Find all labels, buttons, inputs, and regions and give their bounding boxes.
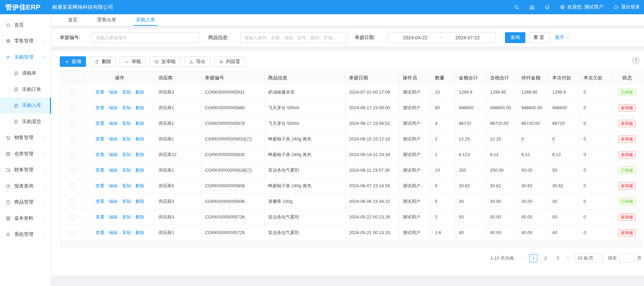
sidebar-item-首页[interactable]: 首页 — [0, 17, 51, 33]
action-link-查看[interactable]: 查看 — [95, 136, 104, 141]
action-link-查看[interactable]: 查看 — [95, 183, 104, 188]
action-link-编辑[interactable]: 编辑 — [109, 121, 118, 126]
action-link-删除[interactable]: 删除 — [135, 152, 144, 157]
action-link-编辑[interactable]: 编辑 — [109, 168, 118, 173]
action-link-删除[interactable]: 删除 — [135, 90, 144, 95]
page-number-3[interactable]: 3 — [554, 254, 562, 262]
action-link-复制[interactable]: 复制 — [122, 90, 131, 95]
select-checkbox[interactable] — [70, 152, 75, 157]
列设置-button[interactable]: 列设置 — [214, 56, 245, 67]
action-link-查看[interactable]: 查看 — [95, 105, 104, 110]
action-link-查看[interactable]: 查看 — [95, 199, 104, 204]
action-link-编辑[interactable]: 编辑 — [109, 199, 118, 204]
action-link-复制[interactable]: 复制 — [122, 214, 131, 220]
导出-button[interactable]: 导出 — [184, 56, 210, 67]
sidebar-item-采购入库[interactable]: 采购入库 — [0, 98, 51, 114]
sidebar-item-零售管理[interactable]: 零售管理 — [0, 33, 51, 50]
action-link-删除[interactable]: 删除 — [135, 214, 144, 220]
select-checkbox[interactable] — [70, 199, 75, 204]
sidebar-item-采购管理[interactable]: 采购管理 — [0, 49, 51, 65]
sidebar-item-采购订单[interactable]: 采购订单 — [0, 81, 51, 98]
action-link-查看[interactable]: 查看 — [95, 152, 104, 157]
action-link-查看[interactable]: 查看 — [95, 230, 104, 235]
tab-首页[interactable]: 首页 — [68, 14, 77, 26]
action-link-编辑[interactable]: 编辑 — [109, 183, 118, 188]
page-number-1[interactable]: 1 — [529, 254, 537, 262]
action-link-查看[interactable]: 查看 — [95, 214, 104, 220]
tab-采购入库[interactable]: 采购入库 — [136, 14, 155, 26]
select-checkbox[interactable] — [70, 184, 75, 189]
sidebar-item-系统管理[interactable]: 系统管理 — [0, 227, 51, 243]
审核-button[interactable]: 审核 — [120, 56, 146, 67]
cell-tax_amount: 946800.00 — [487, 100, 518, 116]
action-link-删除[interactable]: 删除 — [135, 121, 144, 126]
action-link-复制[interactable]: 复制 — [122, 121, 131, 126]
sidebar-item-采购退货[interactable]: 采购退货 — [0, 114, 51, 130]
action-link-删除[interactable]: 删除 — [135, 230, 144, 235]
prev-page-icon[interactable] — [520, 256, 524, 260]
sidebar-item-基本资料[interactable]: 基本资料 — [0, 210, 51, 227]
action-link-删除[interactable]: 删除 — [135, 105, 144, 110]
search-button[interactable]: 查询 — [505, 32, 525, 43]
action-link-复制[interactable]: 复制 — [122, 230, 131, 235]
sidebar-item-仓库管理[interactable]: 仓库管理 — [0, 146, 51, 162]
action-link-查看[interactable]: 查看 — [95, 90, 104, 95]
action-link-复制[interactable]: 复制 — [122, 199, 131, 204]
sidebar-item-请购单[interactable]: 请购单 — [0, 65, 51, 82]
tab-零售出库[interactable]: 零售出库 — [97, 14, 116, 26]
action-link-编辑[interactable]: 编辑 — [109, 105, 118, 110]
action-link-复制[interactable]: 复制 — [122, 168, 131, 173]
date-range-picker[interactable]: 2024-04-22 ~ 2024-07-22 — [387, 32, 496, 43]
action-link-删除[interactable]: 删除 — [135, 168, 144, 173]
action-link-查看[interactable]: 查看 — [95, 168, 104, 173]
help-icon[interactable]: ? — [632, 57, 639, 64]
jump-page-input[interactable] — [620, 254, 634, 263]
sidebar-item-财务管理[interactable]: 财务管理 — [0, 162, 51, 178]
action-link-复制[interactable]: 复制 — [122, 183, 131, 188]
order-no-input[interactable] — [92, 32, 199, 43]
table-scrollbar-track[interactable] — [60, 241, 643, 248]
select-checkbox[interactable] — [70, 121, 75, 126]
select-checkbox[interactable] — [70, 230, 75, 235]
select-all-checkbox[interactable] — [70, 76, 75, 81]
select-checkbox[interactable] — [70, 137, 75, 142]
action-link-编辑[interactable]: 编辑 — [109, 136, 118, 141]
action-link-复制[interactable]: 复制 — [122, 105, 131, 110]
action-link-查看[interactable]: 查看 — [95, 121, 104, 126]
expand-link[interactable]: 展开 — [555, 35, 570, 41]
删除-button[interactable]: 删除 — [90, 56, 116, 67]
page-number-2[interactable]: 2 — [541, 254, 550, 262]
next-page-icon[interactable] — [566, 256, 570, 260]
sidebar-item-商品管理[interactable]: 商品管理 — [0, 194, 51, 211]
action-link-删除[interactable]: 删除 — [135, 199, 144, 204]
page-size-select[interactable]: 10 条/页 — [575, 254, 603, 263]
date-to-value[interactable]: 2024-07-22 — [446, 35, 490, 40]
新增-button[interactable]: 新增 — [60, 56, 86, 67]
action-link-编辑[interactable]: 编辑 — [109, 152, 118, 157]
action-link-复制[interactable]: 复制 — [122, 136, 131, 141]
product-info-input[interactable] — [240, 32, 348, 43]
reset-button[interactable]: 重置 — [530, 32, 550, 43]
select-checkbox[interactable] — [70, 106, 75, 111]
action-link-删除[interactable]: 删除 — [135, 136, 144, 141]
sidebar-item-label: 零售管理 — [14, 38, 33, 44]
action-link-编辑[interactable]: 编辑 — [109, 214, 118, 220]
search-icon[interactable] — [514, 4, 520, 10]
logout-button[interactable]: 退出登录 — [613, 4, 640, 10]
sidebar-item-销售管理[interactable]: 销售管理 — [0, 130, 51, 146]
select-checkbox[interactable] — [70, 215, 75, 220]
select-checkbox[interactable] — [70, 90, 75, 95]
sidebar-item-报表查询[interactable]: 报表查询 — [0, 178, 51, 194]
action-link-复制[interactable]: 复制 — [122, 152, 131, 157]
select-checkbox[interactable] — [70, 168, 75, 173]
bank-icon[interactable] — [529, 4, 535, 10]
action-separator: | — [133, 168, 134, 173]
cell-supplier: 供应商1 — [155, 225, 202, 241]
action-link-删除[interactable]: 删除 — [135, 183, 144, 188]
user-welcome[interactable]: 欢迎您, 测试用户 — [560, 4, 603, 10]
反审核-button[interactable]: 反审核 — [150, 56, 180, 67]
date-from-value[interactable]: 2024-04-22 — [393, 35, 437, 40]
bell-icon[interactable] — [544, 4, 550, 10]
action-link-编辑[interactable]: 编辑 — [109, 230, 118, 235]
action-link-编辑[interactable]: 编辑 — [109, 90, 118, 95]
